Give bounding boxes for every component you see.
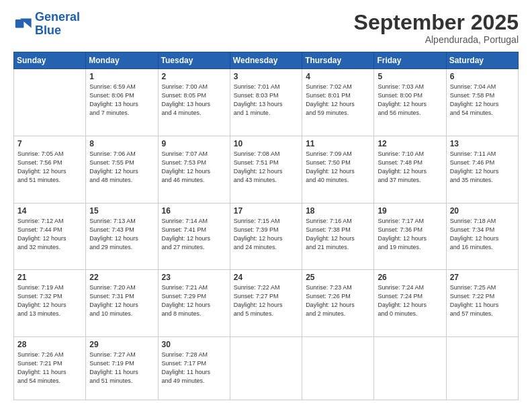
day-info: Sunrise: 7:10 AM Sunset: 7:48 PM Dayligh… (378, 150, 442, 185)
table-row: 16Sunrise: 7:14 AM Sunset: 7:41 PM Dayli… (158, 203, 230, 270)
day-number: 11 (306, 139, 370, 148)
day-number: 22 (89, 273, 154, 282)
day-number: 7 (17, 139, 82, 148)
table-row: 21Sunrise: 7:19 AM Sunset: 7:32 PM Dayli… (14, 270, 86, 337)
day-number: 1 (89, 72, 154, 81)
day-info: Sunrise: 7:25 AM Sunset: 7:22 PM Dayligh… (450, 283, 515, 318)
table-row: 7Sunrise: 7:05 AM Sunset: 7:56 PM Daylig… (14, 136, 86, 203)
day-number: 29 (89, 340, 154, 349)
day-number: 13 (450, 139, 515, 148)
table-row: 8Sunrise: 7:06 AM Sunset: 7:55 PM Daylig… (86, 136, 158, 203)
day-info: Sunrise: 7:26 AM Sunset: 7:21 PM Dayligh… (17, 351, 82, 385)
svg-rect-1 (15, 19, 24, 28)
day-number: 2 (162, 72, 226, 81)
day-number: 12 (378, 139, 442, 148)
table-row: 6Sunrise: 7:04 AM Sunset: 7:58 PM Daylig… (446, 69, 518, 136)
table-row: 28Sunrise: 7:26 AM Sunset: 7:21 PM Dayli… (14, 337, 86, 400)
table-row: 22Sunrise: 7:20 AM Sunset: 7:31 PM Dayli… (86, 270, 158, 337)
day-info: Sunrise: 7:06 AM Sunset: 7:55 PM Dayligh… (89, 150, 154, 185)
page: General Blue September 2025 Alpendurada,… (0, 0, 532, 411)
calendar-header-row: Sunday Monday Tuesday Wednesday Thursday… (14, 52, 519, 69)
col-sunday: Sunday (14, 52, 86, 69)
day-number: 5 (378, 72, 442, 81)
day-number: 24 (234, 273, 298, 282)
col-tuesday: Tuesday (158, 52, 230, 69)
table-row: 15Sunrise: 7:13 AM Sunset: 7:43 PM Dayli… (86, 203, 158, 270)
day-info: Sunrise: 7:07 AM Sunset: 7:53 PM Dayligh… (162, 150, 226, 185)
day-info: Sunrise: 7:05 AM Sunset: 7:56 PM Dayligh… (17, 150, 82, 185)
col-saturday: Saturday (446, 52, 518, 69)
table-row: 20Sunrise: 7:18 AM Sunset: 7:34 PM Dayli… (446, 203, 518, 270)
table-row (374, 337, 446, 400)
table-row: 24Sunrise: 7:22 AM Sunset: 7:27 PM Dayli… (230, 270, 302, 337)
day-info: Sunrise: 7:28 AM Sunset: 7:17 PM Dayligh… (162, 351, 226, 385)
day-number: 21 (17, 273, 82, 282)
day-info: Sunrise: 7:03 AM Sunset: 8:00 PM Dayligh… (378, 83, 442, 118)
table-row: 5Sunrise: 7:03 AM Sunset: 8:00 PM Daylig… (374, 69, 446, 136)
table-row: 10Sunrise: 7:08 AM Sunset: 7:51 PM Dayli… (230, 136, 302, 203)
table-row: 4Sunrise: 7:02 AM Sunset: 8:01 PM Daylig… (302, 69, 374, 136)
day-info: Sunrise: 7:17 AM Sunset: 7:36 PM Dayligh… (378, 217, 442, 252)
logo-text: General Blue (35, 11, 80, 38)
day-info: Sunrise: 7:23 AM Sunset: 7:26 PM Dayligh… (306, 283, 370, 318)
table-row: 9Sunrise: 7:07 AM Sunset: 7:53 PM Daylig… (158, 136, 230, 203)
table-row: 29Sunrise: 7:27 AM Sunset: 7:19 PM Dayli… (86, 337, 158, 400)
table-row: 30Sunrise: 7:28 AM Sunset: 7:17 PM Dayli… (158, 337, 230, 400)
table-row: 23Sunrise: 7:21 AM Sunset: 7:29 PM Dayli… (158, 270, 230, 337)
day-number: 25 (306, 273, 370, 282)
day-number: 3 (234, 72, 298, 81)
day-info: Sunrise: 7:15 AM Sunset: 7:39 PM Dayligh… (234, 217, 298, 252)
day-info: Sunrise: 7:04 AM Sunset: 7:58 PM Dayligh… (450, 83, 515, 118)
day-info: Sunrise: 7:24 AM Sunset: 7:24 PM Dayligh… (378, 283, 442, 318)
day-number: 9 (162, 139, 226, 148)
day-info: Sunrise: 7:13 AM Sunset: 7:43 PM Dayligh… (89, 217, 154, 252)
day-number: 23 (162, 273, 226, 282)
day-info: Sunrise: 7:09 AM Sunset: 7:50 PM Dayligh… (306, 150, 370, 185)
table-row: 18Sunrise: 7:16 AM Sunset: 7:38 PM Dayli… (302, 203, 374, 270)
table-row: 25Sunrise: 7:23 AM Sunset: 7:26 PM Dayli… (302, 270, 374, 337)
calendar-table: Sunday Monday Tuesday Wednesday Thursday… (13, 52, 519, 400)
day-number: 8 (89, 139, 154, 148)
table-row: 11Sunrise: 7:09 AM Sunset: 7:50 PM Dayli… (302, 136, 374, 203)
day-number: 19 (378, 206, 442, 216)
day-number: 15 (89, 206, 154, 216)
table-row (14, 69, 86, 136)
table-row: 14Sunrise: 7:12 AM Sunset: 7:44 PM Dayli… (14, 203, 86, 270)
day-info: Sunrise: 7:19 AM Sunset: 7:32 PM Dayligh… (17, 283, 82, 318)
logo-icon (13, 15, 32, 34)
table-row (446, 337, 518, 400)
day-number: 26 (378, 273, 442, 282)
day-info: Sunrise: 7:01 AM Sunset: 8:03 PM Dayligh… (234, 83, 298, 118)
day-number: 18 (306, 206, 370, 216)
day-number: 20 (450, 206, 515, 216)
location: Alpendurada, Portugal (354, 34, 519, 45)
day-info: Sunrise: 7:14 AM Sunset: 7:41 PM Dayligh… (162, 217, 226, 252)
table-row: 19Sunrise: 7:17 AM Sunset: 7:36 PM Dayli… (374, 203, 446, 270)
table-row: 13Sunrise: 7:11 AM Sunset: 7:46 PM Dayli… (446, 136, 518, 203)
day-info: Sunrise: 7:12 AM Sunset: 7:44 PM Dayligh… (17, 217, 82, 252)
day-info: Sunrise: 6:59 AM Sunset: 8:06 PM Dayligh… (89, 83, 154, 118)
title-block: September 2025 Alpendurada, Portugal (354, 11, 519, 45)
logo: General Blue (13, 11, 80, 38)
table-row (230, 337, 302, 400)
table-row: 26Sunrise: 7:24 AM Sunset: 7:24 PM Dayli… (374, 270, 446, 337)
col-thursday: Thursday (302, 52, 374, 69)
day-info: Sunrise: 7:18 AM Sunset: 7:34 PM Dayligh… (450, 217, 515, 252)
day-number: 27 (450, 273, 515, 282)
table-row: 27Sunrise: 7:25 AM Sunset: 7:22 PM Dayli… (446, 270, 518, 337)
table-row: 17Sunrise: 7:15 AM Sunset: 7:39 PM Dayli… (230, 203, 302, 270)
table-row: 2Sunrise: 7:00 AM Sunset: 8:05 PM Daylig… (158, 69, 230, 136)
header: General Blue September 2025 Alpendurada,… (13, 11, 519, 45)
day-number: 14 (17, 206, 82, 216)
day-info: Sunrise: 7:22 AM Sunset: 7:27 PM Dayligh… (234, 283, 298, 318)
day-number: 16 (162, 206, 226, 216)
day-number: 17 (234, 206, 298, 216)
day-info: Sunrise: 7:11 AM Sunset: 7:46 PM Dayligh… (450, 150, 515, 185)
day-number: 30 (162, 340, 226, 349)
day-number: 6 (450, 72, 515, 81)
day-info: Sunrise: 7:16 AM Sunset: 7:38 PM Dayligh… (306, 217, 370, 252)
day-info: Sunrise: 7:20 AM Sunset: 7:31 PM Dayligh… (89, 283, 154, 318)
day-number: 28 (17, 340, 82, 349)
col-friday: Friday (374, 52, 446, 69)
table-row: 12Sunrise: 7:10 AM Sunset: 7:48 PM Dayli… (374, 136, 446, 203)
